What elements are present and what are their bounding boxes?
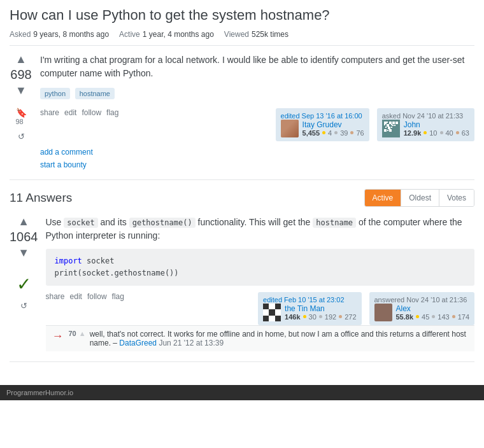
asked-silver-dot	[440, 131, 443, 134]
asked-user-name[interactable]: John	[404, 120, 420, 129]
question-edit-link[interactable]: edit	[64, 108, 76, 117]
answer-item: ▲ 1064 ▼ ✓ ↺ Use socket and its gethostn…	[10, 216, 474, 362]
tab-votes[interactable]: Votes	[439, 190, 474, 206]
question-text: I'm writing a chat program for a local n…	[40, 53, 474, 80]
edited-user-info: Itay Grudev 5,455 4 39 76	[302, 120, 364, 137]
tags-row: python hostname	[40, 88, 474, 99]
arrow-indicator: →	[52, 330, 64, 343]
comment-vote-area: 70 ▲	[69, 330, 86, 337]
answer-upvote-button[interactable]: ▲	[18, 216, 29, 227]
edited-avatar	[281, 120, 299, 137]
comment-upvote-icon[interactable]: ▲	[79, 330, 86, 337]
question-asked-sig: asked Nov 24 '10 at 21:33	[377, 108, 474, 141]
svg-rect-16	[392, 125, 394, 126]
question-edited-sig: edited Sep 13 '16 at 16:00 Itay Grudev 5…	[276, 108, 369, 141]
svg-rect-3	[388, 122, 389, 123]
edited-link[interactable]: edited Sep 13 '16 at 16:00	[281, 112, 362, 120]
question-flag-link[interactable]: flag	[106, 108, 118, 117]
code-socket: socket	[64, 218, 97, 228]
question-downvote-button[interactable]: ▼	[15, 85, 27, 96]
answer-edited-sig: edited Feb 10 '15 at 23:02	[258, 292, 361, 325]
question-title: How can I use Python to get the system h…	[10, 6, 474, 25]
tab-active[interactable]: Active	[365, 190, 402, 206]
page-wrapper: How can I use Python to get the system h…	[0, 0, 484, 379]
answer-edited-label: edited Feb 10 '15 at 23:02	[263, 296, 356, 304]
question-meta: Asked 9 years, 8 months ago Active 1 yea…	[10, 30, 474, 46]
svg-rect-7	[391, 124, 392, 125]
tag-python[interactable]: python	[40, 88, 70, 99]
answered-label: answered Nov 24 '10 at 21:36	[374, 296, 470, 304]
svg-rect-4	[389, 122, 392, 124]
active-value: 1 year, 4 months ago	[143, 30, 214, 39]
tab-oldest[interactable]: Oldest	[401, 190, 439, 206]
asked-user-rep: 12.9k 10 40 63	[404, 129, 469, 137]
svg-rect-12	[387, 130, 388, 131]
question-follow-link[interactable]: follow	[82, 108, 101, 117]
asked-label: asked Nov 24 '10 at 21:33	[382, 112, 469, 120]
asked-bronze-dot	[456, 131, 459, 134]
tag-hostname[interactable]: hostname	[75, 88, 115, 99]
asked-meta: Asked 9 years, 8 months ago	[10, 30, 109, 39]
answer-edit-link[interactable]: edit	[70, 292, 82, 301]
answer-edited-user: the Tin Man 146k 30 192 272	[263, 304, 356, 321]
svg-rect-11	[384, 129, 387, 132]
answer-flag-link[interactable]: flag	[112, 292, 124, 301]
svg-rect-10	[391, 127, 392, 128]
bronze-dot	[350, 131, 353, 134]
viewed-label: Viewed	[224, 30, 249, 39]
asked-avatar	[382, 120, 400, 137]
svg-rect-9	[388, 127, 390, 129]
answer-signatures: edited Feb 10 '15 at 23:02	[258, 292, 474, 325]
start-bounty-link[interactable]: start a bounty	[40, 160, 474, 169]
footer-bar: ProgrammerHumor.io	[0, 385, 484, 400]
comment-row: → 70 ▲ well, that's not correct. It work…	[46, 325, 475, 351]
svg-rect-8	[385, 127, 387, 128]
silver-dot	[334, 131, 338, 134]
answer-downvote-button[interactable]: ▼	[18, 247, 29, 258]
answer-follow-link[interactable]: follow	[87, 292, 107, 301]
question-footer: share edit follow flag edited Sep 13 '16…	[40, 108, 474, 141]
add-comment-link[interactable]: add a comment	[40, 148, 474, 157]
answer-vote-count: 1064	[10, 230, 38, 244]
bookmark-icon[interactable]: 🔖	[16, 108, 27, 118]
edited-user-name[interactable]: Itay Grudev	[302, 120, 342, 129]
asked-user: John 12.9k 10 40 63	[382, 120, 469, 137]
answer-edited-link[interactable]: edited Feb 10 '15 at 23:02	[263, 296, 344, 304]
svg-rect-15	[395, 122, 398, 124]
asked-user-info: John 12.9k 10 40 63	[404, 120, 469, 137]
answered-user: Alex 55.8k 45 143 174	[374, 304, 470, 321]
answers-header: 11 Answers Active Oldest Votes	[10, 189, 474, 207]
question-share-link[interactable]: share	[40, 108, 59, 117]
answer-share-link[interactable]: share	[46, 292, 65, 301]
answer-history-icon[interactable]: ↺	[20, 301, 27, 311]
active-meta: Active 1 year, 4 months ago	[119, 30, 214, 39]
comment-time: Jun 21 '12 at 13:39	[159, 339, 224, 347]
answer-vote-column: ▲ 1064 ▼ ✓ ↺	[10, 216, 38, 351]
footer-brand-link[interactable]: ProgrammerHumor.io	[6, 389, 73, 396]
question-section: ▲ 698 ▼ 🔖 98 ↺ I'm writing a chat progra…	[10, 53, 474, 169]
answer-actions: share edit follow flag	[46, 292, 124, 301]
code-block: import socketprint(socket.gethostname())	[46, 249, 475, 286]
question-vote-count: 698	[10, 67, 31, 82]
svg-rect-13	[389, 129, 392, 132]
alex-avatar	[374, 304, 392, 321]
answer-edited-user-name[interactable]: the Tin Man	[285, 304, 325, 313]
question-signatures: edited Sep 13 '16 at 16:00 Itay Grudev 5…	[276, 108, 474, 141]
code-gethostname: gethostname()	[129, 218, 196, 228]
answer-body: Use socket and its gethostname() functio…	[46, 216, 475, 351]
asked-label: Asked	[10, 30, 31, 39]
comment-user-link[interactable]: DataGreed	[119, 339, 157, 347]
question-body: I'm writing a chat program for a local n…	[40, 53, 474, 169]
answered-user-rep: 55.8k 45 143 174	[396, 313, 470, 321]
answer-text: Use socket and its gethostname() functio…	[46, 216, 475, 242]
svg-rect-6	[387, 124, 389, 127]
answer-footer: share edit follow flag edited Feb 10 '15…	[46, 292, 475, 325]
active-label: Active	[119, 30, 140, 39]
history-icon[interactable]: ↺	[18, 132, 25, 141]
question-upvote-button[interactable]: ▲	[15, 53, 27, 65]
svg-rect-1	[384, 122, 387, 124]
answered-user-name[interactable]: Alex	[396, 304, 411, 313]
answers-section: 11 Answers Active Oldest Votes ▲ 1064 ▼ …	[10, 179, 474, 362]
tinman-avatar	[263, 304, 281, 321]
edited-label: edited Sep 13 '16 at 16:00	[281, 112, 364, 120]
